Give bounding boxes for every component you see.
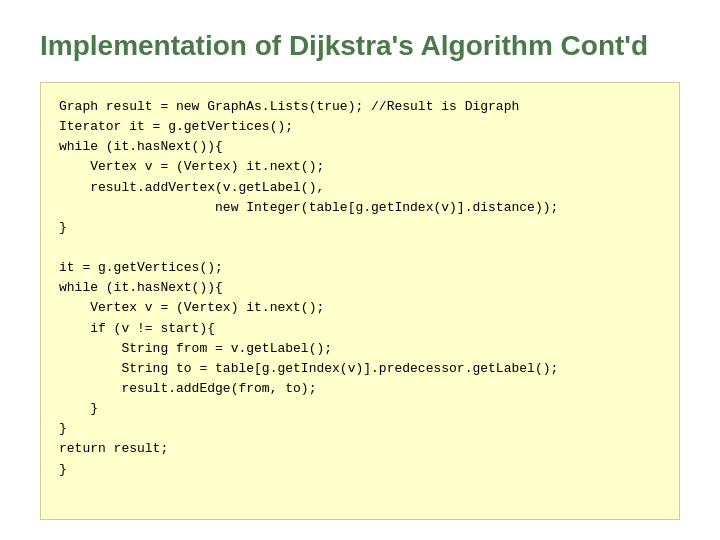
slide: Implementation of Dijkstra's Algorithm C… [0,0,720,540]
slide-title: Implementation of Dijkstra's Algorithm C… [40,30,680,62]
code-block: Graph result = new GraphAs.Lists(true); … [40,82,680,520]
